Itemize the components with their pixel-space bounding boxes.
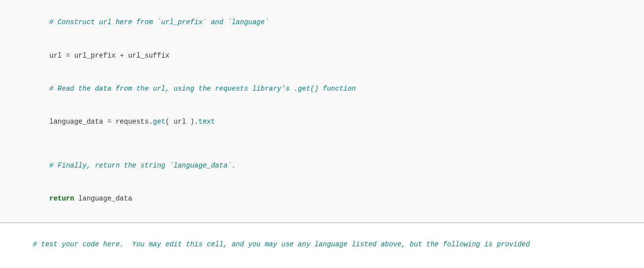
code-line-return-comment: # Finally, return the string `language_d… <box>8 149 636 182</box>
notebook-container: # Construct url here from `url_prefix` a… <box>0 0 644 268</box>
code-line-test-comment: # test your code here. You may edit this… <box>8 228 636 261</box>
code-line-construct-comment: # Construct url here from `url_prefix` a… <box>8 6 636 39</box>
cell-top: # Construct url here from `url_prefix` a… <box>0 0 644 223</box>
blank-line-1 <box>8 138 636 149</box>
code-line-return: return language_data <box>8 182 636 215</box>
code-line-language-assign: language = 'polish' <box>8 261 636 268</box>
cell-middle: # test your code here. You may edit this… <box>0 223 644 268</box>
code-line-url: url = url_prefix + url_suffix <box>8 39 636 72</box>
code-line-read-comment: # Read the data from the url, using the … <box>8 72 636 105</box>
code-line-language-data: language_data = requests.get( url ).text <box>8 105 636 138</box>
